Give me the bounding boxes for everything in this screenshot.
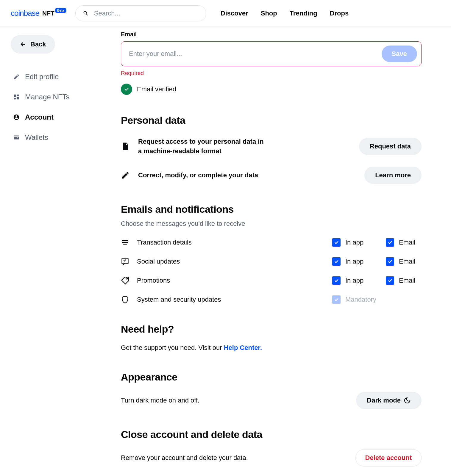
dark-mode-label: Dark mode <box>367 397 401 404</box>
edit-icon <box>121 171 130 180</box>
email-label: Email <box>399 258 415 265</box>
back-button[interactable]: Back <box>11 35 55 54</box>
request-data-text: Request access to your personal data in … <box>138 137 269 156</box>
back-label: Back <box>30 40 46 48</box>
logo-nft: NFT <box>42 10 54 17</box>
help-text: Get the support you need. Visit our <box>121 344 224 351</box>
notifications-subtitle: Choose the messages you'd like to receiv… <box>121 220 422 228</box>
sidebar-item-manage-nfts[interactable]: Manage NFTs <box>11 87 121 107</box>
nav-discover[interactable]: Discover <box>221 10 248 17</box>
delete-account-button[interactable]: Delete account <box>355 449 422 466</box>
main-content: Email Save Required Email verified Perso… <box>121 27 422 476</box>
social-icon <box>121 257 129 266</box>
nav-drops[interactable]: Drops <box>330 10 349 17</box>
shield-icon <box>121 295 129 304</box>
close-account-text: Remove your account and delete your data… <box>121 454 355 462</box>
sidebar-label: Account <box>25 113 54 121</box>
notif-transaction-label: Transaction details <box>137 239 332 246</box>
transaction-icon <box>121 238 129 247</box>
notif-promotions-label: Promotions <box>137 277 332 284</box>
grid-icon <box>13 94 20 100</box>
checkbox-promotions-inapp[interactable] <box>332 276 341 285</box>
help-title: Need help? <box>121 323 422 335</box>
nav-trending[interactable]: Trending <box>290 10 317 17</box>
checkbox-system-mandatory <box>332 295 341 304</box>
correct-data-text: Correct, modify, or complete your data <box>138 170 269 180</box>
appearance-text: Turn dark mode on and off. <box>121 397 356 404</box>
personal-data-title: Personal data <box>121 115 422 126</box>
checkbox-promotions-email[interactable] <box>386 276 394 285</box>
help-center-link[interactable]: Help Center. <box>224 344 262 351</box>
checkbox-transaction-email[interactable] <box>386 238 394 247</box>
inapp-label: In app <box>345 239 363 246</box>
appearance-title: Appearance <box>121 371 422 383</box>
notif-social-label: Social updates <box>137 258 332 265</box>
email-label: Email <box>399 239 415 246</box>
notif-system-label: System and security updates <box>137 296 332 303</box>
email-input[interactable] <box>129 50 382 58</box>
sidebar-item-account[interactable]: Account <box>11 107 121 127</box>
email-label: Email <box>121 31 422 38</box>
nav-shop[interactable]: Shop <box>261 10 277 17</box>
verified-icon <box>121 84 132 95</box>
required-error: Required <box>121 70 422 76</box>
checkbox-transaction-inapp[interactable] <box>332 238 341 247</box>
tag-icon <box>121 276 129 285</box>
search-box[interactable] <box>75 5 206 21</box>
sidebar-label: Edit profile <box>25 73 59 81</box>
email-field-wrap: Save <box>121 41 422 66</box>
pencil-icon <box>13 73 20 80</box>
notifications-title: Emails and notifications <box>121 203 422 215</box>
checkbox-social-email[interactable] <box>386 257 394 266</box>
email-label: Email <box>399 277 415 284</box>
sidebar: Back Edit profile Manage NFTs Account Wa… <box>11 27 121 476</box>
learn-more-button[interactable]: Learn more <box>364 167 422 184</box>
sidebar-label: Manage NFTs <box>25 93 69 101</box>
search-input[interactable] <box>94 10 199 17</box>
inapp-label: In app <box>345 277 363 284</box>
dark-mode-button[interactable]: Dark mode <box>356 392 422 409</box>
search-icon <box>83 10 89 16</box>
top-nav: Discover Shop Trending Drops <box>221 10 349 17</box>
request-data-button[interactable]: Request data <box>359 138 422 155</box>
close-account-title: Close account and delete data <box>121 429 422 440</box>
save-button[interactable]: Save <box>382 46 417 62</box>
checkbox-social-inapp[interactable] <box>332 257 341 266</box>
sidebar-label: Wallets <box>25 133 48 142</box>
file-icon <box>121 142 130 151</box>
logo-main: coinbase <box>11 9 39 18</box>
sidebar-item-edit-profile[interactable]: Edit profile <box>11 67 121 87</box>
wallet-icon <box>13 134 20 141</box>
sidebar-item-wallets[interactable]: Wallets <box>11 127 121 148</box>
inapp-label: In app <box>345 258 363 265</box>
logo[interactable]: coinbase NFT Beta <box>11 9 67 18</box>
verified-label: Email verified <box>137 85 176 93</box>
mandatory-label: Mandatory <box>345 296 376 303</box>
account-icon <box>13 114 20 120</box>
moon-icon <box>404 397 411 404</box>
beta-badge: Beta <box>55 8 66 13</box>
arrow-left-icon <box>20 41 27 48</box>
